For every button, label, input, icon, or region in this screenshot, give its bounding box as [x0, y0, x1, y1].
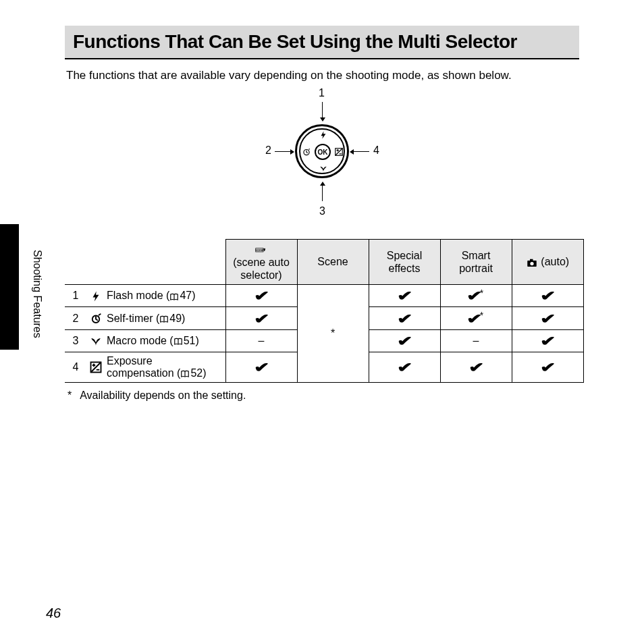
col-auto: (auto) [512, 240, 583, 285]
camera-icon [526, 257, 538, 269]
row-number: 1 [65, 285, 86, 307]
cell: ✔ [512, 285, 583, 307]
cell: ✔* [440, 307, 512, 329]
functions-table: SCENE (scene auto selector) Scene Specia… [65, 239, 584, 383]
svg-rect-5 [530, 259, 533, 261]
intro-text: The functions that are available vary de… [66, 69, 579, 82]
exposure-icon [334, 147, 344, 157]
page-number: 46 [46, 606, 61, 621]
row-icon [86, 307, 105, 329]
macro-icon [319, 163, 328, 173]
diagram-label-4: 4 [373, 144, 379, 157]
footnote-text: Availability depends on the setting. [80, 390, 246, 402]
ok-button-icon: OK [315, 144, 331, 160]
row-name: Macro mode (51) [105, 329, 225, 352]
cell: ✔ [512, 329, 583, 352]
cell: ✔ [512, 307, 583, 329]
cell: – [440, 329, 512, 352]
section-label: Shooting Features [31, 250, 43, 338]
thumb-tab [0, 224, 19, 350]
col-smart: Smart portrait [440, 240, 512, 285]
col-scene: Scene [297, 240, 369, 285]
cell: – [225, 329, 297, 352]
footnote-mark: * [68, 390, 72, 402]
table-row: 1Flash mode (47)✔*✔✔*✔ [65, 285, 583, 307]
cell: ✔ [225, 352, 297, 382]
cell: ✔ [369, 307, 440, 329]
cell: ✔ [440, 352, 512, 382]
scene-merged-cell: * [297, 285, 369, 383]
svg-text:SCENE: SCENE [256, 249, 264, 252]
col-special: Special effects [369, 240, 440, 285]
cell: ✔ [225, 307, 297, 329]
row-name: Exposure compensation (52) [105, 352, 225, 382]
row-name: Flash mode (47) [105, 285, 225, 307]
row-number: 4 [65, 352, 86, 382]
cell: ✔ [225, 285, 297, 307]
cell: ✔* [440, 285, 512, 307]
diagram-label-3: 3 [319, 205, 325, 217]
row-icon [86, 352, 105, 382]
cell: ✔ [369, 352, 440, 382]
row-number: 3 [65, 329, 86, 352]
cell: ✔ [369, 329, 440, 352]
row-icon [86, 329, 105, 352]
row-icon [86, 285, 105, 307]
page-title-box: Functions That Can Be Set Using the Mult… [65, 26, 579, 59]
diagram-label-2: 2 [265, 144, 271, 157]
table-blank-header [65, 240, 225, 285]
timer-icon [302, 147, 311, 157]
scene-auto-icon: SCENE [255, 244, 267, 256]
footnote: * Availability depends on the setting. [68, 390, 579, 402]
page-title: Functions That Can Be Set Using the Mult… [73, 31, 571, 53]
multi-selector-diagram: OK 1 2 3 4 [248, 90, 396, 225]
cell: ✔ [369, 285, 440, 307]
flash-icon [319, 130, 328, 140]
row-number: 2 [65, 307, 86, 329]
diagram-label-1: 1 [319, 87, 325, 99]
col-scene-auto: SCENE (scene auto selector) [225, 240, 297, 285]
row-name: Self-timer (49) [105, 307, 225, 329]
cell: ✔ [512, 352, 583, 382]
svg-point-6 [530, 262, 533, 265]
